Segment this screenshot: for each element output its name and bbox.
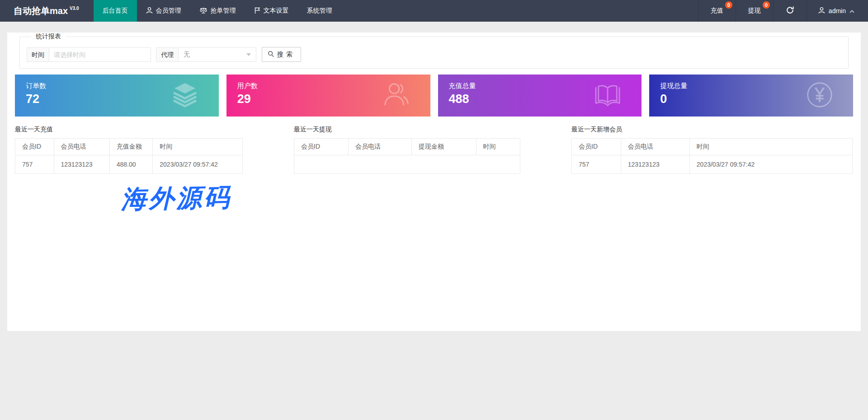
app-title: 自动抢单max (14, 5, 68, 17)
nav-item-label: 会员管理 (156, 7, 181, 15)
nav-item-label: 抢单管理 (211, 7, 236, 15)
column-header: 时间 (476, 139, 520, 155)
table-cell: 488.00 (109, 155, 153, 174)
column-header: 会员ID (294, 139, 349, 155)
book-icon (594, 82, 622, 109)
yen-icon (806, 81, 833, 110)
time-filter-group: 时间 (27, 47, 151, 62)
table-header-row: 会员ID 会员电话 充值金额 时间 (15, 139, 243, 155)
column-header: 会员电话 (54, 139, 109, 155)
stat-card-3: 提现总量 0 (649, 75, 853, 117)
watermark: 海外源码 (121, 181, 231, 217)
column-header: 会员ID (15, 139, 54, 155)
main-panel: 统计报表 时间 代理 无 搜索 (7, 33, 861, 331)
user-icon (818, 7, 825, 15)
recent-withdraw-table: 会员ID 会员电话 提现金额 时间 (294, 138, 520, 174)
user-menu[interactable]: admin (807, 0, 868, 22)
users-icon (382, 81, 410, 111)
nav-item-system[interactable]: 系统管理 (298, 0, 341, 22)
filter-row: 时间 代理 无 搜索 (27, 47, 841, 62)
refresh-icon (786, 6, 794, 16)
column-header: 会员ID (572, 139, 621, 155)
column-header: 会员电话 (621, 139, 689, 155)
column-header: 时间 (153, 139, 243, 155)
recent-withdraw-block: 最近一天提现 会员ID 会员电话 提现金额 时间 (294, 126, 520, 174)
nav-item-members[interactable]: 会员管理 (137, 0, 190, 22)
agent-label: 代理 (156, 47, 179, 62)
layers-icon (171, 82, 199, 110)
recent-new-members-table: 会员ID 会员电话 时间 757 123123123 2023/03/27 09… (571, 138, 853, 174)
recharge-badge: 0 (725, 1, 732, 9)
nav-item-text-settings[interactable]: 文本设置 (245, 0, 298, 22)
nav-item-label: 系统管理 (307, 7, 332, 15)
withdraw-button[interactable]: 提现 0 (736, 0, 773, 22)
user-icon (146, 7, 153, 15)
nav-item-label: 后台首页 (103, 7, 128, 15)
app-logo: 自动抢单max V3.0 (0, 0, 94, 22)
table-title: 最近一天新增会员 (571, 126, 853, 134)
recent-recharge-block: 最近一天充值 会员ID 会员电话 充值金额 时间 757 123123123 4 (15, 126, 243, 174)
column-header: 提现金额 (412, 139, 476, 155)
recharge-button[interactable]: 充值 0 (698, 0, 736, 22)
recent-new-members-block: 最近一天新增会员 会员ID 会员电话 时间 757 123123123 2023… (571, 126, 853, 174)
table-header-row: 会员ID 会员电话 时间 (572, 139, 853, 155)
nav-item-label: 文本设置 (264, 7, 289, 15)
search-button-label: 搜索 (277, 51, 295, 59)
table-cell: 2023/03/27 09:57:42 (153, 155, 243, 174)
column-header: 时间 (689, 139, 852, 155)
header-spacer (341, 0, 698, 22)
table-row: 757 123123123 488.00 2023/03/27 09:57:42 (15, 155, 243, 174)
agent-select-value: 无 (184, 51, 190, 59)
withdraw-label: 提现 (748, 7, 761, 15)
stat-card-2: 充值总量 488 (438, 75, 642, 117)
table-title: 最近一天充值 (15, 126, 243, 134)
username: admin (829, 7, 846, 14)
table-cell: 123123123 (621, 155, 689, 174)
stat-card-1: 用户数 29 (226, 75, 430, 117)
table-row: 757 123123123 2023/03/27 09:57:42 (572, 155, 853, 174)
app-version: V3.0 (70, 6, 79, 11)
table-cell: 757 (15, 155, 54, 174)
stat-card-0: 订单数 72 (15, 75, 219, 117)
nav-item-home[interactable]: 后台首页 (94, 0, 137, 22)
refresh-button[interactable] (773, 0, 807, 22)
search-icon (268, 51, 274, 59)
stats-filter-fieldset: 统计报表 时间 代理 无 搜索 (19, 33, 849, 69)
time-label: 时间 (27, 47, 49, 62)
agent-filter-group: 代理 无 (156, 47, 256, 62)
column-header: 充值金额 (109, 139, 153, 155)
column-header: 会员电话 (349, 139, 412, 155)
top-header: 自动抢单max V3.0 后台首页 会员管理 抢单管理 (0, 0, 868, 22)
recent-tables: 最近一天充值 会员ID 会员电话 充值金额 时间 757 123123123 4 (15, 126, 853, 174)
stat-cards: 订单数 72 用户数 29 (15, 75, 853, 117)
table-title: 最近一天提现 (294, 126, 520, 134)
flag-icon (254, 7, 260, 15)
table-cell: 2023/03/27 09:57:42 (689, 155, 852, 174)
recent-recharge-table: 会员ID 会员电话 充值金额 时间 757 123123123 488.00 2… (15, 138, 243, 174)
agent-select[interactable]: 无 (179, 47, 256, 62)
nav-item-orders[interactable]: 抢单管理 (190, 0, 245, 22)
fieldset-legend: 统计报表 (31, 33, 66, 41)
chevron-down-icon (246, 53, 251, 56)
withdraw-badge: 0 (763, 1, 770, 9)
time-input[interactable] (49, 47, 151, 62)
empty-cell (294, 155, 520, 174)
scale-icon (199, 7, 208, 15)
recharge-label: 充值 (711, 7, 723, 15)
search-button[interactable]: 搜索 (262, 47, 301, 62)
table-cell: 123123123 (54, 155, 109, 174)
header-actions: 充值 0 提现 0 admin (698, 0, 868, 22)
chevron-up-icon (849, 7, 854, 14)
table-header-row: 会员ID 会员电话 提现金额 时间 (294, 139, 520, 155)
table-cell: 757 (572, 155, 621, 174)
main-nav: 后台首页 会员管理 抢单管理 (94, 0, 341, 22)
table-empty-row (294, 155, 520, 174)
